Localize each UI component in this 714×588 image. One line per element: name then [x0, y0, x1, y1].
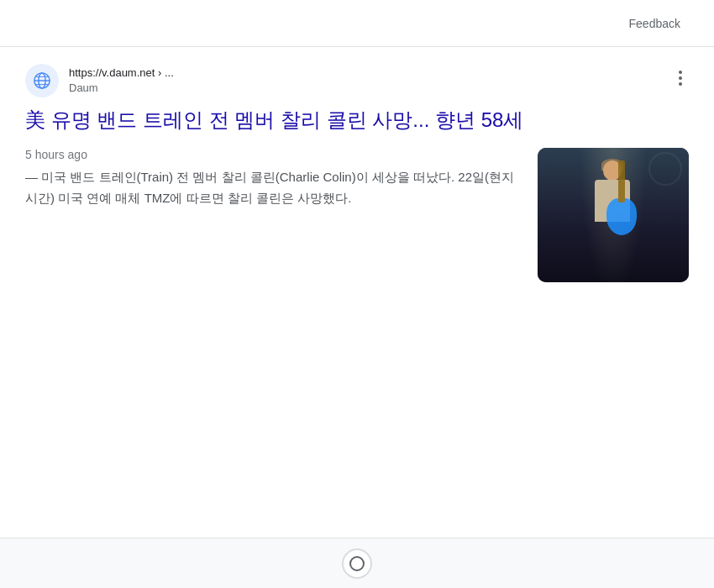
guitar — [606, 198, 637, 235]
guitarist-figure — [571, 156, 655, 274]
article-headline[interactable]: 美 유명 밴드 트레인 전 멤버 찰리 콜린 사망... 향년 58세 — [25, 106, 689, 134]
time-ago-text: 5 hours ago — [25, 148, 87, 161]
dot-2 — [679, 76, 682, 80]
feedback-link[interactable]: Feedback — [629, 17, 680, 30]
source-row: https://v.daum.net › ... Daum — [25, 64, 689, 97]
excerpt-dash: — — [25, 170, 38, 184]
content-area: https://v.daum.net › ... Daum 美 유명 밴드 트레… — [0, 47, 714, 299]
source-url[interactable]: https://v.daum.net › ... — [69, 66, 174, 81]
source-left: https://v.daum.net › ... Daum — [25, 64, 174, 97]
source-info: https://v.daum.net › ... Daum — [69, 66, 174, 96]
globe-icon — [33, 71, 51, 90]
article-excerpt: — 미국 밴드 트레인(Train) 전 멤버 찰리 콜린(Charlie Co… — [25, 166, 521, 209]
excerpt-body: 미국 밴드 트레인(Train) 전 멤버 찰리 콜린(Charlie Coli… — [25, 170, 514, 206]
home-nav-button[interactable] — [342, 549, 372, 579]
article-image[interactable] — [538, 148, 689, 282]
article-body: 5 hours ago — 미국 밴드 트레인(Train) 전 멤버 찰리 콜… — [25, 148, 689, 282]
dot-1 — [679, 71, 682, 74]
source-name: Daum — [69, 81, 174, 96]
article-time: 5 hours ago — [25, 148, 521, 161]
article-text: 5 hours ago — 미국 밴드 트레인(Train) 전 멤버 찰리 콜… — [25, 148, 521, 209]
more-options-button[interactable] — [672, 67, 689, 89]
dot-3 — [679, 82, 682, 86]
bottom-navigation-bar — [0, 538, 714, 588]
site-favicon[interactable] — [25, 64, 59, 97]
guitar-scene — [538, 148, 689, 282]
top-bar: Feedback — [0, 0, 714, 47]
